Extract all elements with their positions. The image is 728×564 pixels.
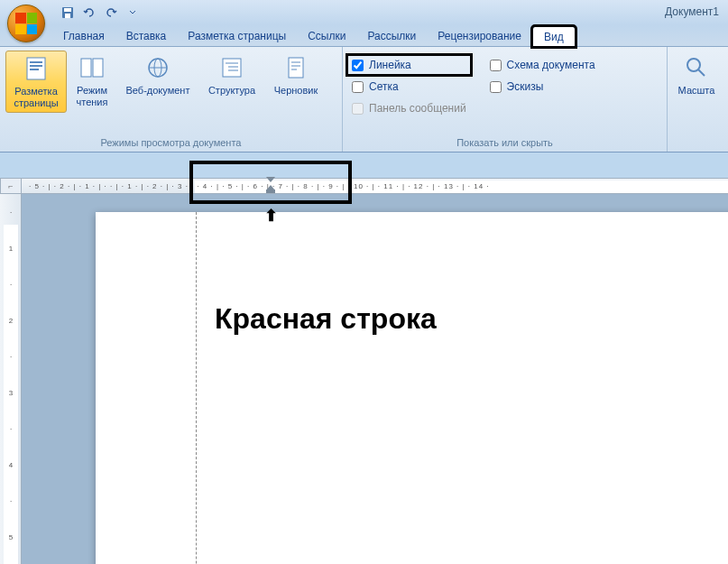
chevron-down-icon — [129, 9, 136, 16]
zoom-label: Масшта — [678, 85, 715, 97]
gridlines-checkbox[interactable] — [352, 81, 364, 93]
ruler-checkbox-row[interactable]: Линейка — [348, 56, 470, 74]
ruler-label: Линейка — [369, 59, 411, 71]
magnifier-icon — [684, 55, 709, 80]
print-layout-label: Разметка страницы — [8, 86, 64, 109]
svg-rect-4 — [30, 61, 42, 63]
office-logo-icon — [15, 13, 37, 34]
ribbon-tabs: Главная Вставка Разметка страницы Ссылки… — [0, 25, 728, 47]
thumbnails-checkbox-row[interactable]: Эскизы — [486, 78, 599, 96]
draft-label: Черновик — [274, 85, 318, 97]
ruler-corner[interactable]: ⌐ — [0, 178, 22, 194]
thumbnails-checkbox[interactable] — [490, 81, 502, 93]
redo-icon — [105, 6, 117, 19]
quick-access-toolbar — [58, 3, 143, 23]
document-map-checkbox-row[interactable]: Схема документа — [486, 56, 599, 74]
outline-icon — [219, 55, 244, 80]
print-layout-button[interactable]: Разметка страницы — [5, 51, 67, 113]
redo-button[interactable] — [101, 3, 121, 23]
draft-icon — [283, 55, 309, 80]
gridlines-checkbox-row[interactable]: Сетка — [348, 78, 470, 96]
gridlines-label: Сетка — [369, 80, 399, 93]
views-group-label: Режимы просмотра документа — [5, 135, 336, 150]
tab-home[interactable]: Главная — [52, 26, 115, 47]
svg-rect-7 — [81, 59, 91, 77]
tab-references[interactable]: Ссылки — [297, 26, 356, 47]
group-document-views: Разметка страницы Режим чтения Веб-докум… — [0, 47, 343, 152]
office-button[interactable] — [7, 5, 45, 42]
message-bar-checkbox — [352, 103, 364, 115]
save-button[interactable] — [58, 3, 78, 23]
first-line-indent-marker[interactable] — [266, 177, 275, 193]
svg-rect-16 — [289, 58, 303, 78]
tab-view[interactable]: Вид — [532, 26, 576, 47]
reading-button[interactable]: Режим чтения — [69, 51, 115, 111]
vertical-ruler[interactable]: · 1 · 2 · 3 · 4 · 5 · 6 · 7 — [0, 194, 22, 564]
print-layout-icon — [23, 56, 49, 81]
web-layout-icon — [145, 55, 170, 80]
draft-button[interactable]: Черновик — [265, 51, 327, 99]
svg-rect-5 — [30, 65, 42, 67]
group-show-hide: Линейка Сетка Панель сообщений Схема док… — [343, 47, 668, 152]
outline-label: Структура — [208, 85, 255, 97]
thumbnails-label: Эскизы — [507, 80, 544, 93]
document-page[interactable]: Красная строка — [96, 212, 728, 564]
web-layout-label: Веб-документ — [126, 85, 190, 97]
svg-point-20 — [687, 59, 700, 71]
document-area: Красная строка — [22, 194, 728, 564]
document-map-checkbox[interactable] — [490, 60, 502, 71]
tab-review[interactable]: Рецензирование — [427, 26, 532, 47]
ruler-checkbox[interactable] — [352, 60, 364, 71]
svg-rect-6 — [30, 69, 39, 70]
tab-insert[interactable]: Вставка — [115, 26, 178, 47]
show-group-label: Показать или скрыть — [348, 135, 661, 150]
reading-label: Режим чтения — [70, 85, 114, 108]
outline-button[interactable]: Структура — [200, 51, 263, 99]
qat-customize-button[interactable] — [123, 3, 143, 23]
ribbon: Разметка страницы Режим чтения Веб-докум… — [0, 47, 728, 153]
svg-rect-2 — [65, 14, 70, 18]
svg-rect-1 — [64, 8, 71, 12]
svg-rect-12 — [223, 59, 241, 77]
reading-icon — [79, 55, 105, 80]
undo-button[interactable] — [79, 3, 99, 23]
save-icon — [61, 6, 74, 19]
horizontal-ruler[interactable]: · 5 · | · 2 · | · 1 · | · · | · 1 · | · … — [22, 178, 728, 194]
svg-line-21 — [698, 69, 705, 76]
tab-mailings[interactable]: Рассылки — [356, 26, 427, 47]
group-zoom: Масшта — [668, 47, 728, 152]
indent-guide-line — [196, 212, 197, 564]
tab-page-layout[interactable]: Разметка страницы — [177, 26, 297, 47]
message-bar-checkbox-row: Панель сообщений — [348, 99, 470, 117]
zoom-button[interactable]: Масшта — [673, 51, 720, 99]
svg-rect-8 — [93, 59, 103, 77]
web-layout-button[interactable]: Веб-документ — [117, 51, 198, 99]
arrow-annotation-icon: ⬆ — [264, 206, 278, 226]
title-bar: Документ1 — [0, 0, 728, 25]
ruler-ticks: · 5 · | · 2 · | · 1 · | · · | · 1 · | · … — [22, 179, 728, 194]
document-map-label: Схема документа — [507, 59, 595, 71]
message-bar-label: Панель сообщений — [369, 102, 466, 115]
document-title: Документ1 — [665, 5, 719, 18]
undo-icon — [83, 6, 96, 19]
document-heading[interactable]: Красная строка — [215, 302, 437, 336]
